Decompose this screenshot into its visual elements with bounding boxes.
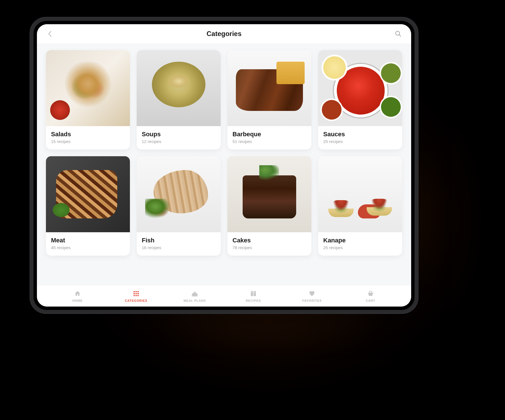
category-recipe-count: 15 recipes [51, 139, 125, 144]
card-body: Meat 45 recipes [46, 232, 130, 256]
svg-point-11 [194, 291, 195, 292]
tab-label: HOME [72, 299, 83, 302]
search-icon [395, 30, 402, 37]
category-image-sauces [318, 50, 402, 126]
svg-rect-12 [251, 291, 253, 296]
category-recipe-count: 12 recipes [142, 139, 216, 144]
category-title: Sauces [323, 131, 397, 138]
category-title: Barbeque [232, 131, 306, 138]
chevron-left-icon [48, 30, 52, 37]
category-title: Meat [51, 237, 125, 244]
tablet-frame: Categories Salads 15 recipes [30, 17, 418, 314]
svg-point-9 [138, 295, 139, 296]
tab-home[interactable]: HOME [63, 290, 92, 302]
basket-icon [367, 290, 374, 297]
svg-point-1 [134, 291, 135, 292]
category-card-soups[interactable]: Soups 12 recipes [137, 50, 221, 149]
header-bar: Categories [37, 24, 411, 43]
category-recipe-count: 51 recipes [232, 139, 306, 144]
svg-point-5 [136, 293, 137, 294]
category-recipe-count: 16 recipes [142, 245, 216, 250]
search-button[interactable] [393, 29, 403, 39]
card-body: Cakes 78 recipes [227, 232, 311, 256]
svg-point-10 [191, 295, 198, 296]
heart-icon [308, 290, 316, 297]
card-body: Sauces 25 recipes [318, 126, 402, 149]
content-area: Salads 15 recipes Soups 12 recipes [37, 43, 411, 285]
category-title: Kanape [323, 237, 397, 244]
tablet-bezel: Categories Salads 15 recipes [34, 21, 415, 310]
svg-point-8 [136, 295, 137, 296]
category-title: Fish [142, 237, 216, 244]
category-image-soups [137, 50, 221, 126]
svg-rect-15 [254, 292, 255, 292]
category-card-sauces[interactable]: Sauces 25 recipes [318, 50, 402, 149]
tab-categories[interactable]: CATEGORIES [122, 290, 150, 302]
category-image-kanape [318, 156, 402, 232]
card-body: Fish 16 recipes [137, 232, 221, 256]
page-title: Categories [207, 30, 242, 38]
card-body: Salads 15 recipes [46, 126, 130, 149]
category-image-salads [46, 50, 130, 126]
tab-label: MEAL PLANS [183, 299, 206, 302]
svg-rect-13 [254, 291, 256, 296]
svg-point-2 [136, 291, 137, 292]
grid-icon [132, 290, 140, 297]
category-card-cakes[interactable]: Cakes 78 recipes [227, 156, 311, 256]
svg-point-3 [138, 291, 139, 292]
category-title: Soups [142, 131, 216, 138]
tab-cart[interactable]: CART [356, 290, 385, 302]
app-screen: Categories Salads 15 recipes [37, 24, 411, 307]
svg-rect-14 [251, 292, 252, 292]
category-card-salads[interactable]: Salads 15 recipes [46, 50, 130, 149]
back-button[interactable] [45, 29, 55, 39]
category-image-fish [137, 156, 221, 232]
category-card-barbeque[interactable]: Barbeque 51 recipes [227, 50, 311, 149]
categories-grid: Salads 15 recipes Soups 12 recipes [46, 50, 402, 256]
tab-meal-plans[interactable]: MEAL PLANS [181, 290, 209, 302]
tab-recipes[interactable]: RECIPES [239, 290, 267, 302]
tab-label: CART [366, 299, 375, 302]
category-image-barbeque [227, 50, 311, 126]
category-image-cakes [227, 156, 311, 232]
tab-bar: HOME CATEGORIES [37, 285, 411, 307]
tab-label: CATEGORIES [125, 299, 147, 302]
category-recipe-count: 78 recipes [232, 245, 306, 250]
category-title: Cakes [232, 237, 306, 244]
tab-label: FAVORITES [302, 299, 322, 302]
card-body: Kanape 25 recipes [318, 232, 402, 256]
home-icon [74, 290, 81, 297]
cloche-icon [191, 290, 198, 297]
category-recipe-count: 45 recipes [51, 245, 125, 250]
category-card-kanape[interactable]: Kanape 25 recipes [318, 156, 402, 256]
svg-point-6 [138, 293, 139, 294]
card-body: Soups 12 recipes [137, 126, 221, 149]
category-image-meat [46, 156, 130, 232]
book-icon [250, 290, 257, 297]
category-recipe-count: 25 recipes [323, 139, 397, 144]
category-title: Salads [51, 131, 125, 138]
svg-point-7 [134, 295, 135, 296]
category-recipe-count: 25 recipes [323, 245, 397, 250]
svg-point-4 [134, 293, 135, 294]
category-card-meat[interactable]: Meat 45 recipes [46, 156, 130, 256]
tab-favorites[interactable]: FAVORITES [298, 290, 326, 302]
category-card-fish[interactable]: Fish 16 recipes [137, 156, 221, 256]
card-body: Barbeque 51 recipes [227, 126, 311, 149]
svg-rect-16 [368, 293, 373, 293]
tab-label: RECIPES [246, 299, 261, 302]
